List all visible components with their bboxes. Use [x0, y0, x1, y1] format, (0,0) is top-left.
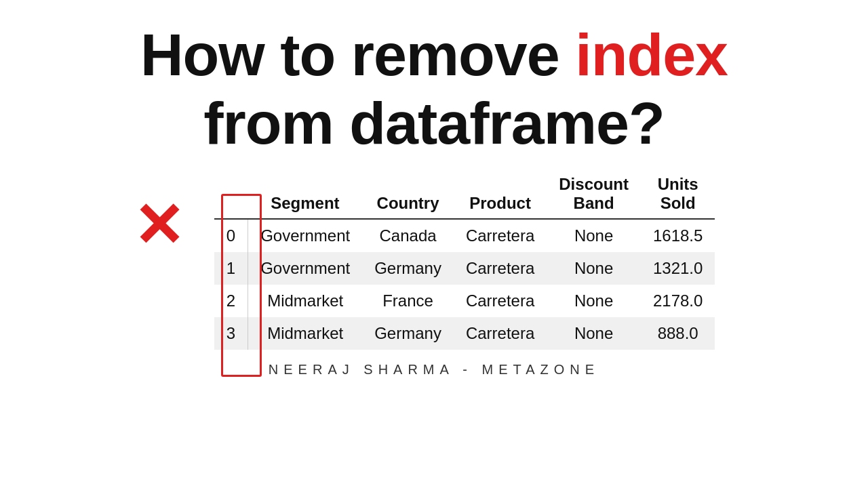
row-index-3: 3	[214, 317, 248, 350]
row-0-product: Carretera	[454, 219, 547, 252]
row-2-discount-band: None	[547, 285, 641, 317]
row-1-segment: Government	[248, 252, 363, 285]
red-x-icon: ✕	[133, 195, 184, 256]
row-1-units-sold: 1321.0	[641, 252, 715, 285]
col-header-index	[214, 169, 248, 219]
dataframe-table: Segment Country Product DiscountBand Uni…	[214, 169, 715, 350]
row-0-segment: Government	[248, 219, 363, 252]
table-row: 0 Government Canada Carretera None 1618.…	[214, 219, 715, 252]
col-header-discount-band: DiscountBand	[547, 169, 641, 219]
col-header-units-sold: UnitsSold	[641, 169, 715, 219]
title-area: How to remove index from dataframe?	[140, 20, 728, 157]
table-row: 3 Midmarket Germany Carretera None 888.0	[214, 317, 715, 350]
row-0-discount-band: None	[547, 219, 641, 252]
row-3-discount-band: None	[547, 317, 641, 350]
row-3-segment: Midmarket	[248, 317, 363, 350]
row-index-1: 1	[214, 252, 248, 285]
row-3-product: Carretera	[454, 317, 547, 350]
row-3-country: Germany	[362, 317, 454, 350]
title-line2: from dataframe?	[140, 89, 728, 157]
row-1-country: Germany	[362, 252, 454, 285]
row-2-units-sold: 2178.0	[641, 285, 715, 317]
row-index-2: 2	[214, 285, 248, 317]
col-header-country: Country	[362, 169, 454, 219]
row-1-discount-band: None	[547, 252, 641, 285]
col-header-product: Product	[454, 169, 547, 219]
row-0-units-sold: 1618.5	[641, 219, 715, 252]
table-row: 2 Midmarket France Carretera None 2178.0	[214, 285, 715, 317]
table-area: ✕ Segment Country Product DiscountBand U…	[153, 169, 715, 350]
row-2-segment: Midmarket	[248, 285, 363, 317]
title-prefix: How to remove	[140, 21, 575, 88]
footer-text: NEERAJ SHARMA - METAZONE	[269, 362, 599, 378]
row-1-product: Carretera	[454, 252, 547, 285]
row-2-product: Carretera	[454, 285, 547, 317]
table-row: 1 Government Germany Carretera None 1321…	[214, 252, 715, 285]
row-0-country: Canada	[362, 219, 454, 252]
title-line1: How to remove index	[140, 20, 728, 89]
row-3-units-sold: 888.0	[641, 317, 715, 350]
title-highlight: index	[575, 21, 728, 88]
row-2-country: France	[362, 285, 454, 317]
col-header-segment: Segment	[248, 169, 363, 219]
row-index-0: 0	[214, 219, 248, 252]
